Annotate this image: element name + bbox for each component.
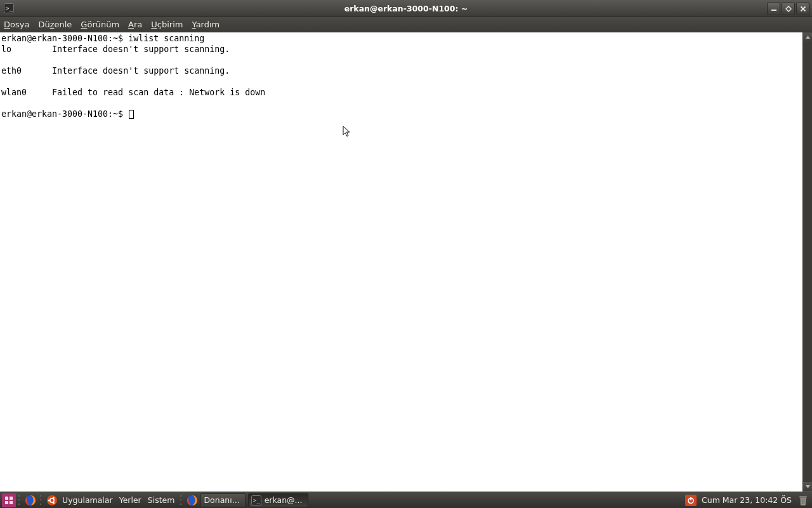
svg-rect-3 (5, 497, 8, 500)
taskbar-item-label: Donanı... (204, 495, 239, 505)
system-menu[interactable]: Sistem (148, 495, 175, 505)
svg-text:>_: >_ (6, 5, 13, 11)
firefox-launcher[interactable] (23, 493, 37, 507)
svg-rect-17 (690, 497, 691, 500)
menu-view[interactable]: Görünüm (81, 20, 119, 29)
prompt: erkan@erkan-3000-N100:~$ (1, 34, 128, 43)
terminal-area[interactable]: erkan@erkan-3000-N100:~$ iwlist scanning… (0, 32, 812, 491)
taskbar-item-label: erkan@... (265, 495, 303, 505)
menu-search[interactable]: Ara (128, 20, 142, 29)
separator-icon (39, 494, 41, 507)
menu-file[interactable]: Dosya (4, 20, 29, 29)
svg-point-11 (53, 497, 55, 498)
window-title: erkan@erkan-3000-N100: ~ (0, 4, 812, 13)
terminal-line: wlan0 Failed to read scan data : Network… (1, 88, 265, 97)
close-button[interactable] (796, 2, 809, 15)
menu-edit[interactable]: Düzenle (38, 20, 72, 29)
svg-rect-5 (5, 501, 8, 504)
prompt: erkan@erkan-3000-N100:~$ (1, 109, 128, 119)
svg-text:>_: >_ (253, 497, 260, 504)
svg-rect-6 (10, 501, 13, 504)
terminal-cursor (129, 110, 134, 119)
svg-rect-2 (771, 10, 776, 11)
maximize-button[interactable] (782, 2, 795, 15)
menu-help[interactable]: Yardım (192, 20, 219, 29)
terminal-output[interactable]: erkan@erkan-3000-N100:~$ iwlist scanning… (0, 32, 802, 491)
window-titlebar: >_ erkan@erkan-3000-N100: ~ (0, 0, 812, 17)
system-tray: Cum Mar 23, 10:42 ÖS (685, 494, 809, 507)
separator-icon (180, 494, 181, 507)
show-desktop-button[interactable] (2, 493, 16, 507)
firefox-launcher-2[interactable] (185, 493, 199, 507)
scroll-up-icon[interactable] (803, 32, 812, 42)
places-menu[interactable]: Yerler (119, 495, 141, 505)
svg-point-12 (53, 502, 55, 504)
terminal-scrollbar[interactable] (802, 32, 812, 491)
taskbar: Uygulamalar Yerler Sistem Donanı... >_ e… (0, 491, 812, 508)
terminal-icon: >_ (251, 495, 261, 505)
minimize-button[interactable] (767, 2, 780, 15)
terminal-icon: >_ (4, 3, 14, 13)
scroll-down-icon[interactable] (803, 482, 812, 491)
svg-rect-4 (10, 497, 13, 500)
taskbar-item-browser[interactable]: Donanı... (200, 493, 245, 507)
trash-icon[interactable] (797, 494, 809, 507)
shutdown-button[interactable] (685, 495, 697, 506)
ubuntu-icon[interactable] (45, 493, 59, 507)
svg-point-10 (48, 499, 50, 501)
menu-terminal[interactable]: Uçbirim (151, 20, 183, 29)
command: iwlist scanning (128, 34, 204, 43)
clock[interactable]: Cum Mar 23, 10:42 ÖS (702, 495, 792, 505)
separator-icon (18, 494, 20, 507)
taskbar-item-terminal[interactable]: >_ erkan@... (248, 493, 308, 507)
terminal-line: eth0 Interface doesn't support scanning. (1, 66, 230, 76)
terminal-line: lo Interface doesn't support scanning. (1, 44, 230, 54)
menubar: Dosya Düzenle Görünüm Ara Uçbirim Yardım (0, 17, 812, 32)
svg-rect-18 (799, 496, 807, 497)
applications-menu[interactable]: Uygulamalar (62, 495, 113, 505)
